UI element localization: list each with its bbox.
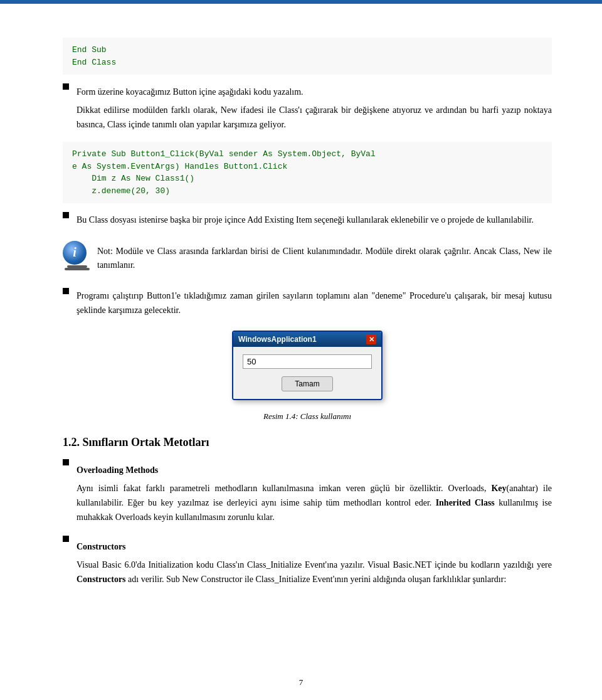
- bullet-square-1: [63, 83, 69, 90]
- top-border: [0, 0, 602, 4]
- windows-dialog: WindowsApplication1 ✕ 50 Tamam: [232, 331, 383, 400]
- constructors-para1-text: Visual Basic 6.0'da Initialization kodu …: [77, 560, 552, 584]
- section-heading: 1.2. Sınıfların Ortak Metotları: [63, 436, 552, 449]
- note-section: i Not: Modüle ve Class arasında farklard…: [63, 241, 552, 277]
- overloading-para1: Aynı isimli fakat farklı parametreli met…: [77, 481, 552, 524]
- dialog-titlebar: WindowsApplication1 ✕: [233, 332, 381, 347]
- dialog-title: WindowsApplication1: [238, 335, 317, 344]
- dialog-close-button[interactable]: ✕: [366, 334, 376, 344]
- info-icon: i: [63, 241, 91, 269]
- overloading-key-bold: Key: [491, 484, 506, 493]
- bullet-square-overloading: [63, 459, 69, 465]
- section-title: Sınıfların Ortak Metotları: [83, 436, 209, 448]
- bullet-item-2: Bu Class dosyası istenirse başka bir pro…: [63, 209, 552, 231]
- bullet1-main-text: Dikkat edilirse modülden farklı olarak, …: [77, 103, 552, 132]
- page-number: 7: [0, 677, 602, 687]
- content: End Sub End Class Form üzerine koyacağım…: [63, 19, 552, 590]
- constructors-bullet: Constructors Visual Basic 6.0'da Initial…: [63, 533, 552, 590]
- dialog-body: 50 Tamam: [233, 347, 381, 399]
- code-line-private-sub: Private Sub Button1_Click(ByVal sender A…: [72, 149, 376, 159]
- code-block-2: Private Sub Button1_Click(ByVal sender A…: [63, 142, 552, 203]
- bullet-square-3: [63, 288, 69, 294]
- code-block-1: End Sub End Class: [63, 38, 552, 75]
- constructors-heading: Constructors: [77, 539, 552, 554]
- bullet-square-constructors: [63, 536, 69, 542]
- section-number: 1.2.: [63, 436, 83, 448]
- overloading-heading: Overloading Methods: [77, 463, 552, 477]
- code-line-event-args: e As System.EventArgs) Handles Button1.C…: [72, 162, 287, 171]
- overloading-bullet: Overloading Methods Aynı isimli fakat fa…: [63, 457, 552, 528]
- bullet-square-2: [63, 212, 69, 218]
- bullet-item-3: Programı çalıştırıp Button1'e tıkladığım…: [63, 285, 552, 321]
- constructors-content: Constructors Visual Basic 6.0'da Initial…: [77, 533, 552, 590]
- code-line-end-sub: End Sub: [72, 45, 107, 55]
- dialog-value: 50: [243, 354, 372, 369]
- constructors-para1: Visual Basic 6.0'da Initialization kodu …: [77, 558, 552, 586]
- bullet-text-2: Bu Class dosyası istenirse başka bir pro…: [77, 213, 552, 227]
- bullet-text-1: Form üzerine koyacağımız Button içine aş…: [77, 81, 552, 135]
- bullet-text-3: Programı çalıştırıp Button1'e tıkladığım…: [77, 289, 552, 317]
- constructors-bold: Constructors: [77, 575, 126, 584]
- bullet1-pre-text: Form üzerine koyacağımız Button içine aş…: [77, 85, 552, 99]
- page: End Sub End Class Form üzerine koyacağım…: [0, 0, 602, 700]
- note-text: Not: Modüle ve Class arasında farklardan…: [97, 245, 552, 273]
- info-icon-base: [65, 268, 90, 270]
- code-line-deneme: z.deneme(20, 30): [72, 186, 170, 196]
- dialog-ok-button[interactable]: Tamam: [282, 376, 332, 391]
- code-line-end-class: End Class: [72, 58, 116, 67]
- bullet-item-1: Form üzerine koyacağımız Button içine aş…: [63, 81, 552, 135]
- dialog-caption: Resim 1.4: Class kullanımı: [63, 410, 552, 423]
- overloading-inherited-bold: Inherited Class: [436, 498, 495, 507]
- overloading-content: Overloading Methods Aynı isimli fakat fa…: [77, 457, 552, 528]
- overloading-para1-text1: Aynı isimli fakat farklı parametreli met…: [77, 484, 552, 522]
- info-icon-circle: i: [63, 241, 87, 265]
- code-line-dim-z: Dim z As New Class1(): [72, 174, 194, 183]
